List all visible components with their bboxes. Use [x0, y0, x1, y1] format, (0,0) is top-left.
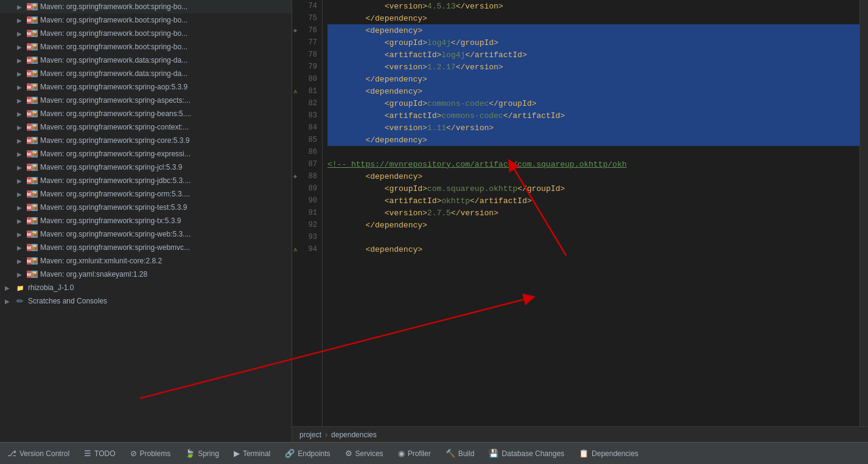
line-number: 77 — [292, 36, 322, 49]
tree-item[interactable]: ▶M📦Maven: org.springframework.data:sprin… — [0, 54, 292, 67]
maven-icon: M📦 — [27, 243, 38, 252]
tree-item[interactable]: ▶M📦Maven: org.springframework.boot:sprin… — [0, 40, 292, 54]
line-number: 82 — [292, 97, 322, 109]
status-item-build[interactable]: 🔨Build — [438, 443, 482, 464]
line-number: 85 — [292, 134, 322, 146]
maven-icon: M📦 — [27, 189, 38, 199]
status-item-todo[interactable]: ☰TODO — [77, 443, 122, 464]
tree-item[interactable]: ▶M📦Maven: org.springframework:spring-web… — [0, 241, 292, 254]
breadcrumb-dependencies[interactable]: dependencies — [331, 431, 377, 439]
tree-item[interactable]: ▶M📦Maven: org.springframework:spring-web… — [0, 227, 292, 241]
status-item-spring[interactable]: 🍃Spring — [178, 443, 226, 464]
tree-item[interactable]: ▶M📦Maven: org.springframework:spring-orm… — [0, 187, 292, 201]
status-item-profiler[interactable]: ◉Profiler — [391, 443, 438, 464]
tree-arrow-icon: ▶ — [17, 271, 27, 278]
line-number: ◆76 — [292, 24, 322, 36]
tree-item[interactable]: ▶M📦Maven: org.springframework:spring-con… — [0, 120, 292, 134]
line-number: 93 — [292, 231, 322, 243]
fold-icon[interactable]: ◆ — [293, 173, 297, 180]
tree-item[interactable]: ▶M📦Maven: org.springframework.boot:sprin… — [0, 0, 292, 13]
status-item-endpoints[interactable]: 🔗Endpoints — [278, 443, 337, 464]
maven-icon: M📦 — [27, 69, 38, 78]
todo-icon: ☰ — [84, 449, 91, 458]
status-item-version-control[interactable]: ⎇Version Control — [0, 443, 77, 464]
tree-item[interactable]: ▶M📦Maven: org.springframework:spring-exp… — [0, 147, 292, 161]
code-line: </dependency> — [327, 12, 859, 24]
status-item-services[interactable]: ⚙Services — [338, 443, 391, 464]
tree-arrow-icon: ▶ — [5, 285, 15, 291]
tree-item[interactable]: ▶M📦Maven: org.springframework:spring-bea… — [0, 107, 292, 120]
fold-icon[interactable]: ◆ — [293, 27, 297, 34]
maven-icon: M📦 — [27, 203, 38, 212]
tree-item[interactable]: ▶M📦Maven: org.springframework:spring-jdb… — [0, 174, 292, 187]
tree-item[interactable]: ▶M📦Maven: org.springframework:spring-aop… — [0, 80, 292, 94]
maven-icon: M📦 — [27, 162, 38, 172]
maven-icon: M📦 — [27, 82, 38, 92]
line-number: 74 — [292, 0, 322, 12]
tree-arrow-icon: ▶ — [17, 244, 27, 251]
code-editor-panel: 7475◆7677787980⚠81828384858687◆888990919… — [292, 0, 868, 442]
tree-item[interactable]: ▶M📦Maven: org.xmlunit:xmlunit-core:2.8.2 — [0, 254, 292, 268]
maven-icon: M📦 — [27, 256, 38, 266]
maven-icon: M📦 — [27, 216, 38, 226]
breadcrumb-project[interactable]: project — [299, 431, 321, 439]
line-number: 83 — [292, 109, 322, 122]
status-label-9: Database Changes — [502, 449, 564, 458]
code-line: </dependency> — [327, 219, 859, 231]
maven-icon: M📦 — [27, 15, 38, 25]
tree-arrow-icon: ▶ — [17, 124, 27, 131]
tree-item[interactable]: ▶M📦Maven: org.springframework.data:sprin… — [0, 67, 292, 80]
breadcrumb-sep1: › — [325, 431, 327, 439]
tree-item-label: Maven: org.springframework:spring-jcl:5.… — [40, 163, 182, 171]
line-number: 78 — [292, 49, 322, 61]
code-line: <artifactId>okhttp</artifactId> — [327, 195, 859, 207]
tree-item[interactable]: ▶M📦Maven: org.springframework:spring-cor… — [0, 134, 292, 147]
file-tree[interactable]: ▶M📦Maven: org.springframework.boot:sprin… — [0, 0, 292, 442]
tree-arrow-icon: ▶ — [17, 30, 27, 37]
tree-item[interactable]: ▶✏Scratches and Consoles — [0, 294, 292, 308]
status-item-database-changes[interactable]: 💾Database Changes — [481, 443, 572, 464]
code-line: <dependency> — [327, 170, 859, 182]
maven-icon: M📦 — [27, 29, 38, 38]
line-number: 79 — [292, 61, 322, 73]
status-bar: ⎇Version Control☰TODO⊘Problems🍃Spring▶Te… — [0, 442, 868, 464]
code-line: <groupId>commons-codec</groupId> — [327, 97, 859, 109]
status-item-problems[interactable]: ⊘Problems — [123, 443, 178, 464]
tree-arrow-icon: ▶ — [17, 164, 27, 171]
tree-item[interactable]: ▶M📦Maven: org.springframework:spring-jcl… — [0, 161, 292, 174]
maven-icon: M📦 — [27, 176, 38, 185]
tree-arrow-icon: ▶ — [17, 231, 27, 238]
tree-item[interactable]: ▶M📦Maven: org.springframework:spring-tx:… — [0, 214, 292, 227]
status-item-terminal[interactable]: ▶Terminal — [226, 443, 278, 464]
status-label-5: Endpoints — [298, 449, 330, 458]
tree-item[interactable]: ▶M📦Maven: org.springframework:spring-asp… — [0, 94, 292, 107]
dependencies-icon: 📋 — [579, 449, 589, 458]
code-line: <version>1.2.17</version> — [327, 61, 859, 73]
breadcrumb-bar: project › dependencies — [292, 426, 868, 442]
profiler-icon: ◉ — [398, 449, 405, 458]
line-number: 90 — [292, 195, 322, 207]
editor-scrollbar[interactable] — [859, 0, 868, 426]
tree-arrow-icon: ▶ — [17, 151, 27, 158]
status-label-7: Profiler — [408, 449, 431, 458]
line-number: 84 — [292, 122, 322, 134]
tree-item[interactable]: ▶M📦Maven: org.springframework.boot:sprin… — [0, 13, 292, 27]
tree-item[interactable]: ▶📁rhizobia_J-1.0 — [0, 281, 292, 294]
code-line: <groupId>log4j</groupId> — [327, 36, 859, 49]
tree-item-label: Maven: org.springframework:spring-webmvc… — [40, 243, 190, 252]
status-item-dependencies[interactable]: 📋Dependencies — [572, 443, 646, 464]
code-editor: 7475◆7677787980⚠81828384858687◆888990919… — [292, 0, 868, 426]
endpoints-icon: 🔗 — [285, 449, 295, 458]
code-line: <artifactId>commons-codec</artifactId> — [327, 109, 859, 122]
tree-item[interactable]: ▶M📦Maven: org.springframework:spring-tes… — [0, 201, 292, 214]
status-label-4: Terminal — [243, 449, 270, 458]
status-label-6: Services — [355, 449, 383, 458]
line-number: 75 — [292, 12, 322, 24]
tree-item[interactable]: ▶M📦Maven: org.springframework.boot:sprin… — [0, 27, 292, 40]
tree-item[interactable]: ▶M📦Maven: org.yaml:snakeyaml:1.28 — [0, 268, 292, 281]
status-label-10: Dependencies — [592, 449, 639, 458]
maven-icon: M📦 — [27, 229, 38, 239]
code-line: <artifactId>log4j</artifactId> — [327, 49, 859, 61]
tree-item-label: Maven: org.xmlunit:xmlunit-core:2.8.2 — [40, 257, 162, 265]
maven-icon: M📦 — [27, 136, 38, 145]
